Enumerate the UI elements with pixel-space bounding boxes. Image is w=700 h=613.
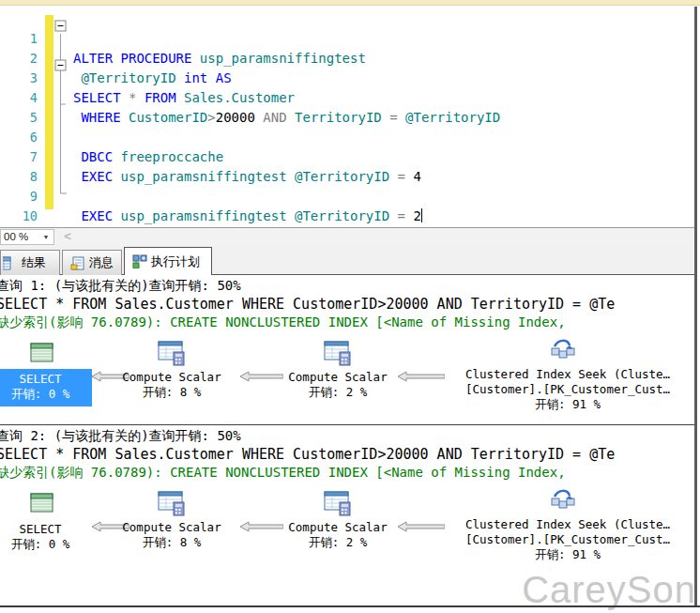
code-line[interactable]: 7 EXEC usp_paramsniffingtest @TerritoryI… [0, 128, 694, 147]
plan-node-label: Compute Scalar开销: 8 % [106, 370, 237, 400]
tab-results-label: 结果 [22, 254, 46, 271]
code-line[interactable]: 5 [0, 88, 694, 108]
selected-node-highlight[interactable]: SELECT开销: 0 % [0, 369, 92, 406]
plan-node-label: Clustered Index Seek (Cluste…[Customer].… [432, 517, 694, 562]
index-seek-icon [550, 487, 576, 513]
top-toolbar-edge [0, 0, 700, 6]
execution-plan-icon [132, 254, 147, 268]
messages-icon [70, 256, 85, 270]
text-cursor [421, 208, 422, 222]
sql-editor[interactable]: 1 ALTER PROCEDURE usp_paramsniffingtest … [0, 7, 694, 227]
code-line[interactable]: 3 SELECT * FROM Sales.Customer [0, 49, 694, 69]
hscroll-left-arrow-icon[interactable]: < [60, 229, 75, 244]
code-number: 2 [413, 208, 420, 223]
ssms-window: 1 ALTER PROCEDURE usp_paramsniffingtest … [0, 0, 700, 613]
code-identifier: @TerritoryID [295, 208, 398, 223]
index-seek-icon [550, 337, 576, 363]
tab-execution-plan-label: 执行计划 [151, 253, 200, 270]
result-table-icon [30, 343, 54, 363]
plan-node-label: Compute Scalar开销: 8 % [106, 520, 237, 550]
plan-node-label: SELECT开销: 0 % [0, 522, 92, 552]
bottom-border [0, 605, 700, 607]
result-table-icon [30, 493, 54, 513]
code-line[interactable]: 2 @TerritoryID int AS [0, 29, 694, 49]
compute-scalar-icon [158, 491, 186, 516]
execution-plan-query-1: 查询 1: (与该批有关的)查询开销: 50% SELECT * FROM Sa… [0, 275, 694, 424]
query-2-statement: SELECT * FROM Sales.Customer WHERE Custo… [0, 446, 615, 463]
tab-execution-plan[interactable]: 执行计划 [124, 247, 212, 275]
tab-results[interactable]: 结果 [0, 250, 60, 275]
code-identifier: usp_paramsniffingtest [121, 208, 295, 223]
editor-bottom-bar [0, 227, 694, 246]
query-1-statement: SELECT * FROM Sales.Customer WHERE Custo… [0, 296, 615, 313]
code-keyword: EXEC [73, 208, 121, 223]
query-1-missing-index[interactable]: 缺少索引(影响 76.0789): CREATE NONCLUSTERED IN… [0, 314, 566, 331]
code-line[interactable]: 9 EXEC usp_paramsniffingtest @TerritoryI… [0, 167, 694, 187]
compute-scalar-icon [158, 341, 186, 366]
compute-scalar-icon [324, 341, 352, 366]
chevron-down-icon[interactable]: ▼ [39, 231, 53, 243]
code-line[interactable]: 4 WHERE CustomerID>20000 AND TerritoryID… [0, 69, 694, 88]
zoom-level-value: 00 % [4, 231, 28, 242]
code-line[interactable]: 10 [0, 187, 694, 207]
query-1-header: 查询 1: (与该批有关的)查询开销: 50% [0, 278, 241, 295]
results-grid-icon [3, 256, 18, 270]
window-right-border [694, 7, 697, 607]
query-2-header: 查询 2: (与该批有关的)查询开销: 50% [0, 428, 241, 445]
plan-node-label: Compute Scalar开销: 2 % [272, 370, 403, 400]
line-number: 10 [0, 207, 38, 226]
code-operator: = [398, 208, 414, 223]
zoom-level-select[interactable]: 00 % ▼ [0, 229, 54, 245]
code-line[interactable]: 8 [0, 147, 694, 167]
code-line[interactable]: 1 ALTER PROCEDURE usp_paramsniffingtest [0, 9, 694, 29]
compute-scalar-icon [324, 491, 352, 516]
query-2-missing-index[interactable]: 缺少索引(影响 76.0789): CREATE NONCLUSTERED IN… [0, 465, 566, 482]
plan-node-label: Compute Scalar开销: 2 % [272, 520, 403, 550]
tab-messages-label: 消息 [89, 254, 114, 271]
plan-node-label: Clustered Index Seek (Cluste…[Customer].… [432, 367, 694, 412]
tab-messages[interactable]: 消息 [62, 250, 122, 275]
code-line[interactable]: 6 DBCC freeproccache [0, 108, 694, 128]
